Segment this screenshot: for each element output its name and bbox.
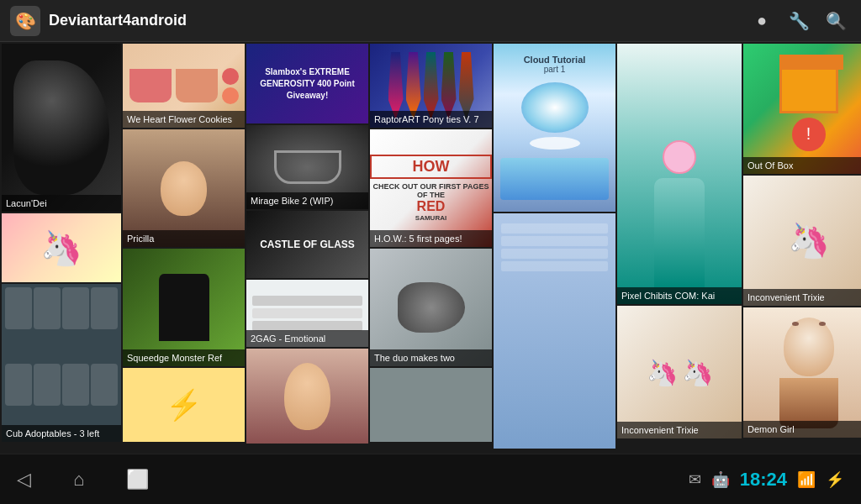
info-button[interactable]: ● [747, 6, 777, 36]
tile-demon[interactable]: Demon Girl [743, 307, 861, 438]
tile-pikachu[interactable]: ⚡ [123, 368, 245, 442]
tile-duo-label: The duo makes two [370, 349, 492, 366]
tile-pricilla-label: Pricilla [123, 230, 245, 247]
wrench-icon: 🔧 [789, 11, 810, 31]
gallery-col-7: ! Out Of Box 🦄 Inconvenient Trixie [743, 44, 861, 452]
tile-cloud[interactable]: Cloud Tutorial part 1 [494, 44, 615, 212]
tile-raptor-ties[interactable]: RaptorART Pony ties V. 7 [370, 44, 492, 128]
search-button[interactable]: 🔍 [821, 6, 851, 36]
home-button[interactable]: ⌂ [73, 469, 84, 491]
tile-mlp[interactable]: 🦄 [2, 213, 121, 282]
tile-how-label: H.O.W.: 5 first pages! [370, 230, 492, 247]
nav-buttons: ◁ ⌂ ⬜ [17, 469, 149, 491]
back-icon: ◁ [17, 469, 31, 491]
tile-squeedge[interactable]: Squeedge Monster Ref [123, 249, 245, 366]
tile-girl-photo[interactable] [246, 349, 368, 444]
battery-icon: ⚡ [826, 470, 844, 489]
gallery-col-2: We Heart Flower Cookies Pricilla Squeedg… [123, 44, 245, 452]
back-button[interactable]: ◁ [17, 469, 31, 491]
tile-inconvenient[interactable]: 🦄 Inconvenient Trixie [743, 176, 861, 306]
inconvenient-art: 🦄 🦄 [617, 306, 742, 438]
tile-cloud2[interactable] [494, 213, 615, 449]
tile-extra[interactable] [370, 368, 492, 442]
mlp-icon: 🦄 [40, 228, 82, 268]
adoptables-art [2, 284, 121, 442]
tile-pricilla[interactable]: Pricilla [123, 129, 245, 247]
gag-art [249, 292, 366, 334]
tile-slambox[interactable]: Slambox's EXTREME GENEROSITY 400 Point G… [246, 44, 368, 123]
pony-icon-1: 🦄 [647, 358, 678, 387]
pony-icon-2: 🦄 [682, 358, 713, 387]
app-icon: 🎨 [10, 6, 40, 36]
home-icon: ⌂ [73, 469, 84, 491]
top-bar: 🎨 Deviantart4android ● 🔧 🔍 [0, 0, 861, 42]
tile-outofbox[interactable]: ! Out Of Box [743, 44, 861, 174]
gallery-col-1: Lacun'Dei 🦄 Cub Adoptables - 3 [2, 44, 121, 452]
pikachu-icon: ⚡ [166, 388, 203, 423]
tile-duo-wolf[interactable]: The duo makes two [370, 249, 492, 366]
tile-demon-label: Demon Girl [743, 421, 861, 438]
recent-icon: ⬜ [126, 469, 149, 491]
tile-mirage[interactable]: Mirage Bike 2 (WIP) [246, 125, 368, 209]
tile-cookies[interactable]: We Heart Flower Cookies [123, 44, 245, 128]
clock: 18:24 [740, 469, 787, 491]
cloud-art: Cloud Tutorial part 1 [494, 44, 615, 212]
duo-wolf-art [398, 282, 465, 333]
email-icon: ✉ [689, 470, 701, 489]
how-art: HOW CHECK OUT OUR FIRST PAGES OF THE RED… [370, 155, 492, 222]
recent-button[interactable]: ⬜ [126, 469, 149, 491]
tile-2gag[interactable]: 2GAG - Emotional [246, 280, 368, 347]
info-icon: ● [757, 11, 767, 30]
gallery-col-4: RaptorART Pony ties V. 7 HOW CHECK OUT O… [370, 44, 492, 452]
tile-squeedge-label: Squeedge Monster Ref [123, 349, 245, 366]
monster-art [159, 274, 209, 341]
trixie-icon: 🦄 [788, 221, 830, 260]
slambox-text: Slambox's EXTREME GENEROSITY 400 Point G… [246, 60, 368, 108]
android-icon: 🤖 [711, 470, 730, 489]
status-area: ✉ 🤖 18:24 📶 ⚡ [689, 469, 844, 491]
search-icon: 🔍 [826, 11, 847, 31]
gallery-col-6: Pixel Chibits COM: Kai 🦄 🦄 Inconvenient … [617, 44, 742, 452]
tile-anime-girl[interactable]: Pixel Chibits COM: Kai [617, 44, 742, 304]
tile-2gag-label: 2GAG - Emotional [246, 330, 368, 347]
tile-how[interactable]: HOW CHECK OUT OUR FIRST PAGES OF THE RED… [370, 129, 492, 247]
settings-button[interactable]: 🔧 [784, 6, 814, 36]
tile-cookies-label: We Heart Flower Cookies [123, 111, 245, 128]
tile-castle[interactable]: CASTLE OF GLASS [246, 211, 368, 278]
cloud2-art [494, 213, 615, 449]
tile-wolf-label: Lacun'Dei [2, 195, 121, 212]
face-art [161, 161, 207, 216]
wifi-icon: 📶 [797, 470, 816, 489]
bottom-bar: ◁ ⌂ ⬜ ✉ 🤖 18:24 📶 ⚡ [0, 454, 861, 504]
tile-wolf[interactable]: Lacun'Dei [2, 44, 121, 212]
tile-raptor-label: RaptorART Pony ties V. 7 [370, 111, 492, 128]
tile-pixel-extra-label: Inconvenient Trixie [617, 422, 742, 438]
castle-text: CASTLE OF GLASS [256, 234, 359, 255]
tile-mirage-label: Mirage Bike 2 (WIP) [246, 192, 368, 209]
tile-adoptables[interactable]: Cub Adoptables - 3 left [2, 284, 121, 442]
gallery-col-5: Cloud Tutorial part 1 [494, 44, 615, 452]
gallery-col-3: Slambox's EXTREME GENEROSITY 400 Point G… [246, 44, 368, 452]
tile-pixel-extra[interactable]: 🦄 🦄 Inconvenient Trixie [617, 306, 742, 438]
app-title: Deviantart4android [49, 12, 740, 29]
inconvenient-tile-art: 🦄 [788, 221, 830, 260]
tile-anime-label: Pixel Chibits COM: Kai [617, 287, 742, 304]
tile-adoptables-label: Cub Adoptables - 3 left [2, 425, 121, 442]
app-icon-symbol: 🎨 [15, 11, 36, 31]
gallery: Lacun'Dei 🦄 Cub Adoptables - 3 [0, 42, 861, 454]
tile-outofbox-label: Out Of Box [743, 157, 861, 174]
tile-inconvenient-label: Inconvenient Trixie [743, 289, 861, 306]
